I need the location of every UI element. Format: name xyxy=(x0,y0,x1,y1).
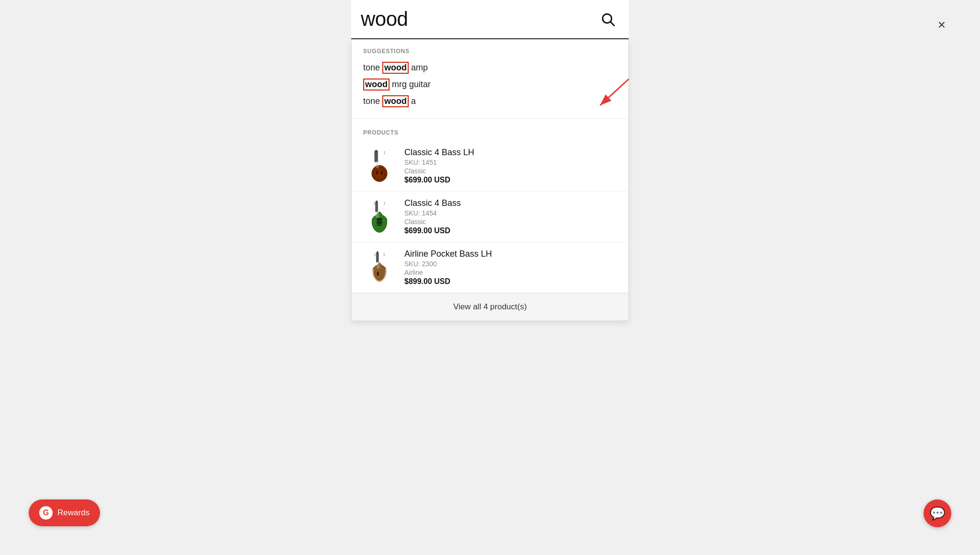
svg-rect-19 xyxy=(374,204,375,204)
svg-rect-6 xyxy=(384,151,385,152)
search-container: wood SUGGESTIONS tone wood amp wood mrg … xyxy=(351,0,629,321)
products-section-label: PRODUCTS xyxy=(352,121,628,141)
suggestion-prefix-3: tone xyxy=(363,96,382,106)
suggestion-item[interactable]: tone wood amp xyxy=(363,59,617,76)
suggestion-highlight-1: wood xyxy=(382,62,409,74)
suggestion-suffix-2: mrg guitar xyxy=(390,79,431,90)
svg-rect-18 xyxy=(374,202,375,203)
product-info-2: Classic 4 Bass SKU: 1454 Classic $699.00… xyxy=(404,198,617,235)
product-price-2: $699.00 USD xyxy=(404,227,617,235)
svg-rect-33 xyxy=(384,255,385,256)
product-sku-1: SKU: 1451 xyxy=(404,159,617,166)
svg-point-10 xyxy=(376,170,378,175)
product-info-1: Classic 4 Bass LH SKU: 1451 Classic $699… xyxy=(404,147,617,184)
svg-rect-29 xyxy=(377,251,378,253)
suggestion-highlight-3: wood xyxy=(382,95,409,107)
svg-rect-32 xyxy=(384,253,385,254)
svg-rect-30 xyxy=(374,253,376,254)
rewards-label: Rewards xyxy=(57,508,89,518)
product-name-3: Airline Pocket Bass LH xyxy=(404,249,617,259)
suggestion-highlight-2: wood xyxy=(363,79,390,91)
chat-icon: 💬 xyxy=(930,506,945,521)
view-all-button[interactable]: View all 4 product(s) xyxy=(352,293,628,320)
svg-rect-22 xyxy=(377,218,382,220)
close-button[interactable]: × xyxy=(932,15,951,34)
svg-rect-7 xyxy=(384,153,385,154)
chat-button[interactable]: 💬 xyxy=(924,499,951,527)
suggestions-list: tone wood amp wood mrg guitar tone wood … xyxy=(352,59,628,116)
svg-point-34 xyxy=(377,272,379,276)
svg-rect-16 xyxy=(376,201,378,212)
rewards-icon: G xyxy=(39,506,53,520)
product-image-2 xyxy=(363,201,396,233)
svg-rect-31 xyxy=(374,255,376,256)
suggestion-item[interactable]: wood mrg guitar xyxy=(363,76,617,93)
search-bar: wood xyxy=(351,0,629,39)
svg-rect-4 xyxy=(374,151,375,152)
products-list: Classic 4 Bass LH SKU: 1451 Classic $699… xyxy=(352,141,628,293)
product-item[interactable]: Classic 4 Bass SKU: 1454 Classic $699.00… xyxy=(352,192,628,242)
product-brand-3: Airline xyxy=(404,269,617,276)
svg-rect-23 xyxy=(377,222,382,223)
svg-rect-3 xyxy=(376,150,377,152)
search-input[interactable]: wood xyxy=(361,8,596,31)
svg-rect-20 xyxy=(384,202,385,203)
product-info-3: Airline Pocket Bass LH SKU: 2300 Airline… xyxy=(404,249,617,286)
svg-rect-21 xyxy=(384,204,385,204)
product-item[interactable]: Airline Pocket Bass LH SKU: 2300 Airline… xyxy=(352,242,628,293)
product-image-3 xyxy=(363,251,396,284)
product-brand-2: Classic xyxy=(404,218,617,226)
suggestion-suffix-3: a xyxy=(409,96,416,106)
svg-line-1 xyxy=(611,22,614,25)
svg-rect-17 xyxy=(376,201,377,203)
svg-rect-28 xyxy=(376,252,379,262)
svg-rect-5 xyxy=(374,153,375,154)
suggestion-suffix-1: amp xyxy=(409,63,428,73)
product-sku-2: SKU: 1454 xyxy=(404,209,617,217)
suggestion-prefix-1: tone xyxy=(363,63,382,73)
rewards-button[interactable]: G Rewards xyxy=(29,499,100,526)
product-image-1 xyxy=(363,150,396,182)
product-price-1: $699.00 USD xyxy=(404,176,617,184)
rewards-g-icon: G xyxy=(43,509,49,517)
product-sku-3: SKU: 2300 xyxy=(404,260,617,268)
section-divider xyxy=(352,118,628,119)
product-brand-1: Classic xyxy=(404,167,617,175)
product-name-1: Classic 4 Bass LH xyxy=(404,147,617,158)
page-background: × wood SUGGESTIONS tone wood amp xyxy=(0,0,980,555)
svg-rect-2 xyxy=(375,150,378,162)
product-item[interactable]: Classic 4 Bass LH SKU: 1451 Classic $699… xyxy=(352,141,628,192)
suggestions-section-label: SUGGESTIONS xyxy=(352,39,628,59)
svg-point-11 xyxy=(381,170,382,175)
suggestion-item[interactable]: tone wood a xyxy=(363,93,617,110)
search-button[interactable] xyxy=(596,8,619,31)
product-price-3: $899.00 USD xyxy=(404,277,617,286)
product-name-2: Classic 4 Bass xyxy=(404,198,617,208)
search-dropdown: SUGGESTIONS tone wood amp wood mrg guita… xyxy=(351,39,629,321)
